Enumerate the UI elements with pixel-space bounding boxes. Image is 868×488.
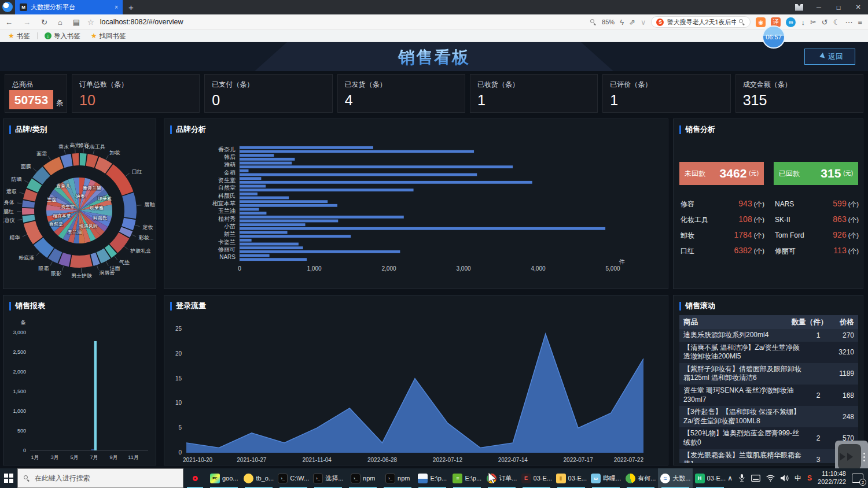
tray-expand-icon[interactable]: ∧ bbox=[727, 474, 733, 482]
taskbar-app-camel[interactable]: tb_o... bbox=[241, 468, 276, 488]
game-center-icon[interactable]: ◉ bbox=[756, 17, 766, 27]
table-row: 【清爽不腻 温和洁净】Za/资生堂净颜透澈卸妆油200Ml53210 bbox=[679, 342, 858, 363]
download-icon[interactable]: ↓ bbox=[801, 18, 805, 27]
reading-list-button[interactable]: ▤ bbox=[68, 18, 85, 27]
tab-close-icon[interactable]: × bbox=[115, 4, 118, 10]
item-name: SK-II bbox=[775, 216, 833, 224]
product-name: 资生堂 珊珂SENKA 蚕丝净澈卸妆油230ml7 bbox=[679, 386, 806, 404]
taskbar-app-opera[interactable] bbox=[183, 468, 207, 488]
bookmark-restore[interactable]: ★ 找回书签 bbox=[87, 32, 130, 40]
history-undo-icon[interactable]: ↺ bbox=[822, 18, 828, 27]
wifi-icon[interactable] bbox=[766, 475, 775, 482]
svg-text:科颜氏: 科颜氏 bbox=[218, 193, 236, 199]
svg-text:0: 0 bbox=[178, 449, 182, 456]
item-name: 修丽可 bbox=[775, 246, 833, 256]
svg-text:2022-06-28: 2022-06-28 bbox=[367, 457, 398, 463]
more-icon[interactable]: ⋯ bbox=[845, 18, 852, 27]
app-label: C:\W... bbox=[290, 475, 309, 482]
infinity-extension-icon[interactable]: ∞ bbox=[786, 17, 796, 27]
taskbar-app-pycharm[interactable]: PCgoo... bbox=[207, 468, 241, 488]
microphone-icon[interactable] bbox=[738, 474, 745, 482]
clock-time: 11:10:48 bbox=[818, 470, 846, 478]
fast-forward-icon bbox=[842, 453, 857, 461]
taskbar-app-wave[interactable]: ≈大数... bbox=[658, 468, 693, 488]
item-unit: (个) bbox=[754, 247, 764, 256]
browser-tab[interactable]: M 大数据分析平台 × bbox=[15, 0, 123, 14]
chevron-down-icon[interactable]: ∨ bbox=[641, 18, 646, 27]
maximize-button[interactable]: □ bbox=[829, 4, 848, 11]
table-row: 【520礼物】迪奥烈焰蓝金唇膏999-丝绒款02570 bbox=[679, 427, 858, 449]
app-label: npm bbox=[363, 475, 375, 482]
taskbar-app-hb[interactable]: H03-E... bbox=[693, 468, 727, 488]
taskbar-app-green[interactable]: 有何... bbox=[623, 468, 658, 488]
taskbar-app-notepad[interactable]: ≡E:\p... bbox=[450, 468, 484, 488]
bookmark-import[interactable]: ↓ 导入书签 bbox=[41, 32, 84, 40]
share-icon[interactable]: ⇗ bbox=[629, 18, 635, 27]
forward-button[interactable]: → bbox=[18, 18, 36, 27]
hot-search-text[interactable]: 警犬搜寻老人2天1夜后中暑 bbox=[667, 18, 736, 27]
svg-text:NARS: NARS bbox=[219, 254, 236, 260]
product-price: 3210 bbox=[830, 348, 858, 356]
night-mode-icon[interactable]: ☾ bbox=[833, 18, 840, 27]
taskbar-app-folder[interactable]: ▮03-E... bbox=[554, 468, 589, 488]
taskbar-search[interactable]: 在此键入进行搜索 bbox=[17, 468, 184, 488]
back-to-home-button[interactable]: 返回 bbox=[804, 49, 855, 65]
back-button[interactable]: ← bbox=[0, 18, 18, 27]
browser-search-box[interactable]: S 警犬搜寻老人2天1夜后中暑 bbox=[651, 16, 751, 28]
svg-text:娇兰: 娇兰 bbox=[224, 231, 236, 237]
taskbar-app-cmd[interactable]: ›_C:\W... bbox=[276, 468, 311, 488]
security-vest-icon[interactable] bbox=[795, 4, 803, 11]
taskbar-app-cmd[interactable]: ›_选择... bbox=[311, 468, 345, 488]
notification-center-icon[interactable]: 2 bbox=[852, 474, 863, 483]
stat-value-box: 50753 bbox=[9, 90, 53, 109]
svg-text:玉兰油: 玉兰油 bbox=[68, 230, 82, 235]
taskbar-app-explorer[interactable]: E:\p... bbox=[415, 468, 450, 488]
sales-report-bar-chart: 条3,0002,5002,0001,5001,00050001月3月5月7月9月… bbox=[3, 312, 156, 465]
taskbar-app-ever[interactable]: E03-E... bbox=[519, 468, 554, 488]
svg-text:雅诗兰黛: 雅诗兰黛 bbox=[83, 186, 101, 191]
search-icon[interactable] bbox=[739, 19, 745, 25]
close-button[interactable]: ✕ bbox=[848, 3, 868, 11]
minimize-button[interactable]: ─ bbox=[809, 4, 829, 11]
item-name: 化妆工具 bbox=[681, 215, 738, 225]
tab-favicon-icon: M bbox=[20, 3, 27, 11]
product-qty: 3 bbox=[806, 456, 830, 463]
url-bar[interactable]: localhost:8082/#/overview bbox=[100, 18, 183, 26]
lightning-icon[interactable]: ϟ bbox=[620, 18, 624, 27]
start-button[interactable] bbox=[0, 468, 17, 488]
taskbar-app-bili[interactable]: ω哔哩... bbox=[589, 468, 623, 488]
svg-text:自然堂: 自然堂 bbox=[218, 184, 236, 191]
widget-menu-dots-icon[interactable] bbox=[863, 453, 865, 461]
bookmark-item[interactable]: ★ 书签 bbox=[5, 32, 34, 40]
stat-value: 315 bbox=[743, 92, 767, 109]
touch-keyboard-icon[interactable] bbox=[751, 475, 760, 482]
stat-value: 0 bbox=[212, 92, 220, 109]
zoom-search-icon[interactable] bbox=[590, 19, 597, 25]
home-button[interactable]: ⌂ bbox=[53, 18, 68, 27]
menu-icon[interactable]: ≡ bbox=[858, 18, 862, 27]
bookmark-star-icon[interactable]: ☆ bbox=[87, 18, 94, 27]
taskbar-app-cmd[interactable]: ›_npm bbox=[345, 468, 380, 488]
recording-timer-badge[interactable]: 06:57 bbox=[762, 25, 785, 49]
hb-icon: H bbox=[695, 474, 705, 483]
svg-text:面膜: 面膜 bbox=[21, 164, 31, 169]
refresh-button[interactable]: ↻ bbox=[36, 18, 53, 27]
zoom-level[interactable]: 85% bbox=[602, 19, 615, 25]
sogou-ime-icon[interactable]: S bbox=[807, 474, 812, 482]
screenshot-scissors-icon[interactable]: ✂ bbox=[810, 18, 816, 27]
folder-icon: ▮ bbox=[556, 474, 566, 483]
svg-text:2,500: 2,500 bbox=[13, 349, 26, 355]
ime-indicator[interactable]: 中 bbox=[795, 474, 801, 483]
taskbar-app-chrome[interactable]: 订单... bbox=[484, 468, 519, 488]
taskbar-app-cmd[interactable]: ›_npm bbox=[380, 468, 415, 488]
mini-player[interactable] bbox=[838, 444, 861, 469]
volume-icon[interactable] bbox=[781, 475, 789, 482]
svg-text:美容仪: 美容仪 bbox=[3, 217, 14, 223]
bookmarks-bar: ★ 书签 ↓ 导入书签 ★ 找回书签 bbox=[0, 30, 868, 42]
taskbar-search-placeholder: 在此键入进行搜索 bbox=[35, 474, 90, 483]
new-tab-button[interactable]: + bbox=[123, 0, 139, 14]
svg-text:粉底液: 粉底液 bbox=[19, 255, 34, 261]
taskbar-clock[interactable]: 11:10:48 2022/7/22 bbox=[818, 470, 846, 486]
item-name: NARS bbox=[775, 200, 833, 208]
browser-logo-icon[interactable] bbox=[2, 2, 13, 12]
